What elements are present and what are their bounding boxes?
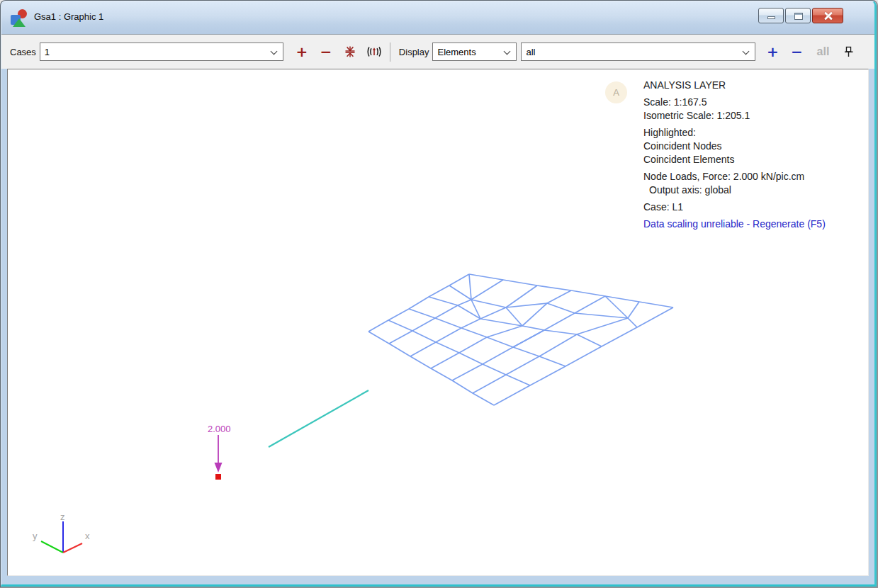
info-line: Highlighted: — [643, 126, 877, 140]
display-mode-dropdown[interactable]: Elements — [432, 43, 517, 61]
cases-combobox[interactable]: 1 — [40, 43, 283, 61]
title-bar[interactable]: Gsa1 : Graphic 1 — [1, 1, 874, 34]
window-frame: Gsa1 : Graphic 1 Cases 1 + − — [1, 1, 877, 587]
add-to-list-button[interactable]: + — [762, 42, 782, 62]
pin-icon — [843, 45, 855, 58]
info-line: ANALYSIS LAYER — [643, 79, 877, 92]
entity-filter-combobox[interactable]: all — [521, 43, 755, 61]
display-mode-value: Elements — [437, 47, 475, 57]
maximize-icon — [794, 13, 803, 20]
cases-value: 1 — [45, 47, 50, 57]
envelope-icon — [344, 45, 356, 58]
chevron-down-icon — [270, 48, 277, 55]
entity-filter-value: all — [526, 47, 535, 57]
cases-label: Cases — [10, 47, 36, 57]
chevron-down-icon — [504, 48, 511, 55]
info-line: Coincident Elements — [643, 153, 877, 166]
close-button[interactable] — [812, 8, 843, 23]
dynamic-cases-button[interactable] — [364, 42, 384, 62]
broadcast-icon — [366, 45, 382, 58]
toolbar-separator — [390, 43, 390, 62]
toolbar: Cases 1 + − — [1, 34, 874, 69]
info-line: Node Loads, Force: 2.000 kN/pic.cm — [643, 170, 877, 183]
minimize-icon — [767, 16, 775, 19]
info-line: Case: L1 — [643, 200, 877, 214]
all-button[interactable]: all — [811, 45, 835, 58]
envelope-cases-button[interactable] — [340, 42, 360, 62]
window-title: Gsa1 : Graphic 1 — [34, 11, 103, 22]
window-controls — [758, 8, 843, 23]
axis-z-label: z — [60, 511, 65, 522]
axis-x-label: x — [85, 531, 90, 541]
info-line: Output axis: global — [643, 183, 877, 197]
display-label: Display — [399, 47, 429, 57]
gsa-app-icon — [11, 9, 29, 28]
remove-from-list-button[interactable]: − — [787, 42, 806, 62]
load-value-label: 2.000 — [208, 424, 231, 434]
pin-button[interactable] — [839, 42, 859, 62]
minimize-button[interactable] — [758, 8, 784, 23]
axis-y-label: y — [33, 531, 38, 541]
info-line: Coincident Nodes — [643, 140, 877, 153]
info-line: Isometric Scale: 1:205.1 — [643, 109, 877, 123]
remove-case-button[interactable]: − — [316, 42, 336, 62]
icon-green-triangle — [13, 18, 26, 27]
add-case-button[interactable]: + — [292, 42, 312, 62]
analysis-layer-badge: A — [605, 81, 627, 103]
info-line: Scale: 1:167.5 — [643, 96, 877, 109]
maximize-button[interactable] — [785, 8, 811, 23]
info-line: Data scaling unreliable - Regenerate (F5… — [643, 217, 877, 231]
chevron-down-icon — [743, 48, 750, 55]
info-text: ANALYSIS LAYERScale: 1:167.5Isometric Sc… — [643, 79, 877, 234]
app-window: Gsa1 : Graphic 1 Cases 1 + − — [0, 0, 878, 588]
